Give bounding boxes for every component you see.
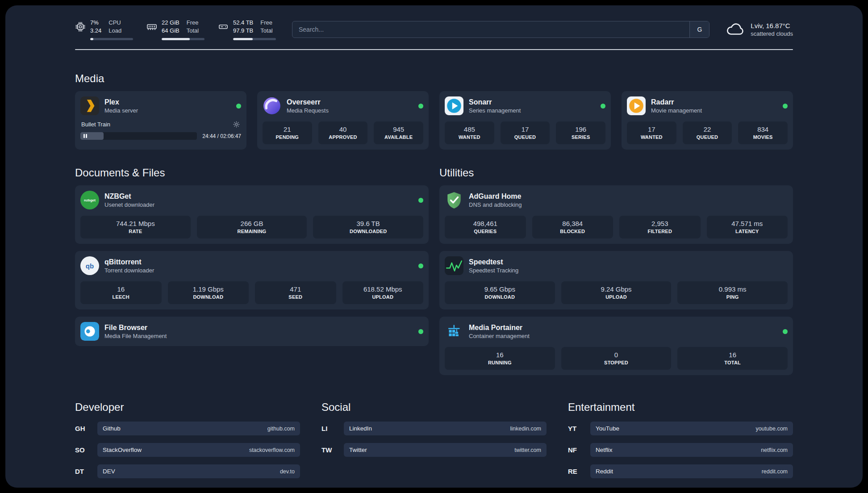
- stat-value: 17: [503, 125, 547, 133]
- app-name: AdGuard Home: [469, 192, 522, 201]
- cloud-icon: [726, 20, 744, 39]
- portainer-icon: [445, 322, 463, 341]
- status-dot: [601, 104, 605, 109]
- app-card-plex[interactable]: Plex Media server Bullet Train: [75, 91, 246, 150]
- stat-tile: 86,384 BLOCKED: [532, 216, 613, 238]
- speedtest-icon: [445, 256, 463, 275]
- bookmark-link-twitter[interactable]: Twitter twitter.com: [344, 443, 547, 457]
- stat-value: 21: [265, 125, 309, 133]
- section-utilities: Utilities AdGuard Home: [439, 167, 793, 375]
- bookmark-group-social: Social LI LinkedIn linkedin.com TW Twitt…: [321, 401, 547, 464]
- section-media: Media Plex Media server Bullet Train: [75, 72, 793, 150]
- stat-value: 834: [741, 125, 785, 133]
- app-card-nzbget[interactable]: nzbget NZBGet Usenet downloader 744.21 M…: [75, 185, 429, 244]
- stat-tile: 0 STOPPED: [561, 347, 672, 370]
- app-name: qBittorrent: [104, 258, 154, 266]
- stat-label: STOPPED: [564, 360, 669, 365]
- bookmark-url: reddit.com: [762, 468, 788, 475]
- bookmark-link-linkedin[interactable]: LinkedIn linkedin.com: [344, 422, 547, 435]
- bookmark-link-reddit[interactable]: Reddit reddit.com: [590, 464, 793, 478]
- section-title-utilities: Utilities: [439, 167, 793, 179]
- stat-value: 22: [685, 125, 730, 133]
- stat-label: MOVIES: [741, 134, 785, 140]
- bookmark-link-netflix[interactable]: Netflix netflix.com: [590, 443, 793, 457]
- bookmark-link-github[interactable]: Github github.com: [97, 422, 300, 435]
- disk-usage-bar: [233, 38, 276, 40]
- ram-icon: [146, 21, 157, 32]
- app-card-portainer[interactable]: Media Portainer Container management 16 …: [439, 317, 793, 375]
- stat-tile: 945 AVAILABLE: [374, 121, 423, 144]
- bookmark-group-entertainment: Entertainment YT YouTube youtube.com NF …: [568, 401, 793, 486]
- bookmark-abbr: LI: [321, 425, 337, 432]
- stat-value: 16: [83, 285, 159, 293]
- bookmark-link-youtube[interactable]: YouTube youtube.com: [590, 422, 793, 435]
- bookmark-abbr: TW: [321, 446, 337, 454]
- app-card-qbittorrent[interactable]: qb qBittorrent Torrent downloader 16 LEE…: [75, 251, 429, 309]
- ram-total-value: 64 GiB: [162, 27, 179, 35]
- gear-icon[interactable]: [233, 121, 240, 128]
- app-card-speedtest[interactable]: Speedtest Speedtest Tracking 9.65 Gbps D…: [439, 251, 793, 309]
- stat-value: 9.65 Gbps: [447, 285, 552, 293]
- stat-tile: 618.52 Mbps UPLOAD: [342, 281, 424, 304]
- bookmark-row-linkedin: LI LinkedIn linkedin.com: [321, 422, 547, 435]
- cpu-usage-bar: [90, 38, 133, 40]
- stat-value: 498,461: [447, 220, 523, 227]
- app-card-overseerr[interactable]: Overseerr Media Requests 21 PENDING 40 A…: [257, 91, 429, 150]
- qbittorrent-icon: qb: [80, 256, 99, 275]
- cpu-icon: [75, 21, 86, 32]
- stat-label: RUNNING: [447, 360, 552, 365]
- bookmark-abbr: SO: [75, 446, 90, 454]
- disk-label-2: Total: [260, 27, 272, 35]
- app-card-adguard[interactable]: AdGuard Home DNS and adblocking 498,461 …: [439, 185, 793, 244]
- app-card-radarr[interactable]: Radarr Movie management 17 WANTED 22 QUE…: [622, 91, 793, 150]
- app-name: Overseerr: [287, 98, 329, 106]
- bookmark-abbr: RE: [568, 468, 583, 475]
- stat-value: 196: [559, 125, 603, 133]
- stat-tile: 40 APPROVED: [318, 121, 368, 144]
- stat-tile: 266 GB REMAINING: [197, 216, 307, 238]
- stat-value: 17: [630, 125, 674, 133]
- disk-metric: 52.4 TB 97.9 TB Free Total: [218, 19, 276, 40]
- bookmark-link-dev[interactable]: DEV dev.to: [97, 464, 300, 478]
- nzbget-icon: nzbget: [80, 191, 99, 209]
- app-subtitle: Media server: [104, 107, 138, 114]
- header-divider: [75, 49, 793, 50]
- playback-progress-bar[interactable]: [80, 132, 197, 140]
- pause-icon[interactable]: [83, 134, 87, 138]
- stat-tile: 2,953 FILTERED: [619, 216, 701, 238]
- bookmark-url: github.com: [267, 426, 295, 432]
- stat-tile: 744.21 Mbps RATE: [80, 216, 191, 238]
- app-card-sonarr[interactable]: Sonarr Series management 485 WANTED 17 Q…: [439, 91, 611, 150]
- bookmark-url: netflix.com: [761, 447, 788, 453]
- stat-value: 2,953: [622, 220, 698, 227]
- stat-label: LATENCY: [709, 229, 785, 234]
- stat-label: QUEUED: [503, 134, 547, 140]
- stat-label: TOTAL: [680, 360, 785, 365]
- stat-label: SERIES: [559, 134, 603, 140]
- status-dot: [418, 198, 423, 203]
- stat-tile: 17 WANTED: [627, 121, 676, 144]
- app-subtitle: Speedtest Tracking: [469, 267, 518, 274]
- search-input[interactable]: [292, 21, 689, 38]
- search-engine-button[interactable]: G: [689, 21, 709, 38]
- stat-label: SEED: [258, 294, 334, 300]
- stat-tile: 1.19 Gbps DOWNLOAD: [168, 281, 249, 304]
- bookmark-url: twitter.com: [514, 447, 541, 453]
- stat-value: 47.571 ms: [709, 220, 785, 227]
- stat-label: WANTED: [447, 134, 492, 140]
- disk-total-value: 97.9 TB: [233, 27, 253, 35]
- stat-value: 16: [680, 351, 785, 359]
- bookmark-link-stackoverflow[interactable]: StackOverflow stackoverflow.com: [97, 443, 300, 457]
- app-subtitle: DNS and adblocking: [469, 201, 522, 208]
- stat-label: REMAINING: [200, 229, 305, 234]
- app-card-filebrowser[interactable]: File Browser Media File Management: [75, 317, 429, 346]
- bookmark-group-developer: Developer GH Github github.com SO StackO…: [75, 401, 300, 486]
- stat-value: 0.993 ms: [680, 285, 785, 293]
- app-name: Plex: [104, 98, 138, 106]
- stat-label: QUEUED: [685, 134, 730, 140]
- bookmark-name: YouTube: [596, 425, 619, 432]
- status-dot: [236, 104, 241, 109]
- status-dot: [418, 263, 423, 268]
- stat-label: UPLOAD: [564, 294, 669, 300]
- stat-value: 266 GB: [200, 220, 305, 227]
